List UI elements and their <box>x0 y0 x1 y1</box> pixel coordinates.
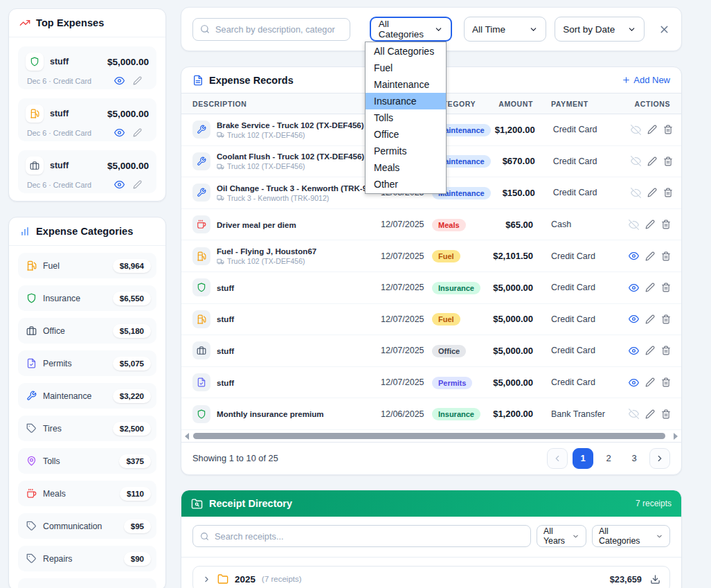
eye-icon[interactable] <box>629 377 639 388</box>
scrollbar-thumb[interactable] <box>193 433 665 439</box>
add-new-button[interactable]: Add New <box>622 75 670 85</box>
dropdown-option-meals[interactable]: Meals <box>366 159 446 176</box>
eye-off-icon[interactable] <box>629 409 639 419</box>
records-search-input[interactable] <box>215 24 343 35</box>
folder-list: 2025(7 receipts)$23,659 <box>181 558 681 588</box>
page-button-3[interactable]: 3 <box>624 448 645 469</box>
page-button-2[interactable]: 2 <box>598 448 619 469</box>
bar-chart-icon <box>19 226 30 237</box>
category-item[interactable]: Permits$5,075 <box>18 350 156 376</box>
pencil-icon[interactable] <box>133 180 142 189</box>
pencil-icon[interactable] <box>647 188 657 197</box>
pencil-icon[interactable] <box>645 220 655 229</box>
expense-payment: Credit Card <box>553 125 631 134</box>
dropdown-option-other[interactable]: Other <box>366 176 446 193</box>
eye-icon[interactable] <box>114 75 125 86</box>
trash-icon[interactable] <box>661 251 671 261</box>
category-item[interactable]: Communication$95 <box>18 513 156 539</box>
scrollbar-track[interactable] <box>192 433 671 439</box>
wrench-icon <box>26 391 37 401</box>
chevron-down-icon <box>529 25 538 34</box>
receipt-directory-card: Receipt Directory 7 receipts All Years A… <box>181 490 682 588</box>
trash-icon[interactable] <box>661 283 671 292</box>
trash-icon[interactable] <box>661 314 671 324</box>
expense-row: stuff12/07/2025Fuel$5,000.00Credit Card <box>181 304 681 336</box>
expense-title: stuff <box>217 346 234 355</box>
folder-total: $23,659 <box>610 574 642 585</box>
dropdown-option-office[interactable]: Office <box>366 126 446 143</box>
dropdown-option-maintenance[interactable]: Maintenance <box>366 76 446 93</box>
category-label: Office <box>43 326 65 336</box>
pencil-icon[interactable] <box>133 76 142 85</box>
category-item[interactable]: Tires$2,500 <box>18 416 156 441</box>
sort-select[interactable]: Sort by Date <box>555 17 645 42</box>
eye-icon[interactable] <box>629 346 639 356</box>
dropdown-option-all-categories[interactable]: All Categories <box>366 43 446 60</box>
expense-date: 12/07/2025 <box>381 283 432 292</box>
pencil-icon[interactable] <box>645 283 655 292</box>
tag-icon <box>26 553 37 564</box>
receipts-search-input[interactable] <box>215 531 523 542</box>
page-button-1[interactable]: 1 <box>573 448 593 469</box>
pencil-icon[interactable] <box>645 346 655 355</box>
horizontal-scrollbar[interactable] <box>181 431 681 442</box>
pencil-icon[interactable] <box>647 157 657 166</box>
dropdown-option-permits[interactable]: Permits <box>366 143 446 159</box>
category-badge: Permits <box>432 377 472 389</box>
pencil-icon[interactable] <box>133 128 142 137</box>
download-icon[interactable] <box>650 574 660 585</box>
prev-page-button[interactable] <box>547 448 568 469</box>
category-label: Repairs <box>43 554 72 564</box>
pencil-icon[interactable] <box>645 409 655 419</box>
dropdown-option-fuel[interactable]: Fuel <box>366 60 446 76</box>
receipts-year-select[interactable]: All Years <box>537 525 586 547</box>
dropdown-option-tolls[interactable]: Tolls <box>366 109 446 126</box>
folder-row[interactable]: 2025(7 receipts)$23,659 <box>192 566 670 588</box>
eye-icon[interactable] <box>629 283 639 293</box>
scroll-right-arrow-icon[interactable] <box>674 433 678 440</box>
eye-off-icon[interactable] <box>631 188 641 198</box>
expense-title: Brake Service - Truck 102 (TX-DEF456) <box>217 121 364 130</box>
category-item[interactable]: Maintenance$3,220 <box>18 383 156 409</box>
category-badge: Insurance <box>432 408 480 420</box>
fuel-icon <box>30 109 39 118</box>
eye-icon[interactable] <box>114 127 125 138</box>
trash-icon[interactable] <box>661 220 671 229</box>
pencil-icon[interactable] <box>645 314 655 324</box>
trash-icon[interactable] <box>661 409 671 419</box>
next-page-button[interactable] <box>649 448 670 469</box>
top-expense-amount: $5,000.00 <box>107 161 149 171</box>
trash-icon[interactable] <box>661 346 671 355</box>
eye-icon[interactable] <box>629 251 639 261</box>
receipts-category-select[interactable]: All Categories <box>592 525 670 547</box>
scroll-left-arrow-icon[interactable] <box>185 433 189 440</box>
category-item[interactable]: Repairs$90 <box>18 546 156 571</box>
chevron-right-icon[interactable] <box>202 575 211 584</box>
dropdown-option-insurance[interactable]: Insurance <box>366 93 446 109</box>
clear-filters-button[interactable] <box>658 24 670 35</box>
pencil-icon[interactable] <box>645 377 655 387</box>
trash-icon[interactable] <box>663 188 673 197</box>
eye-off-icon[interactable] <box>631 125 641 135</box>
trash-icon[interactable] <box>663 125 673 134</box>
category-item[interactable]: Tolls$375 <box>18 448 156 474</box>
eye-off-icon[interactable] <box>629 220 639 230</box>
expense-date: 12/07/2025 <box>381 314 432 324</box>
expense-icon-chip <box>192 310 210 328</box>
category-item[interactable]: Insurance$6,550 <box>18 285 156 311</box>
category-label: Communication <box>43 522 102 531</box>
eye-off-icon[interactable] <box>631 156 641 166</box>
category-item[interactable]: Fuel$8,964 <box>18 253 156 278</box>
eye-icon[interactable] <box>629 314 639 324</box>
category-item[interactable]: Office$5,180 <box>18 318 156 344</box>
pencil-icon[interactable] <box>645 251 655 261</box>
trash-icon[interactable] <box>661 377 671 387</box>
expense-icon-chip <box>192 247 210 265</box>
trash-icon[interactable] <box>663 157 673 166</box>
pencil-icon[interactable] <box>647 125 657 134</box>
category-item[interactable]: Meals$110 <box>18 481 156 506</box>
time-filter-select[interactable]: All Time <box>464 17 546 42</box>
category-filter-select[interactable]: All Categories <box>370 17 452 42</box>
eye-icon[interactable] <box>114 179 125 190</box>
category-badge: Insurance <box>432 282 480 294</box>
